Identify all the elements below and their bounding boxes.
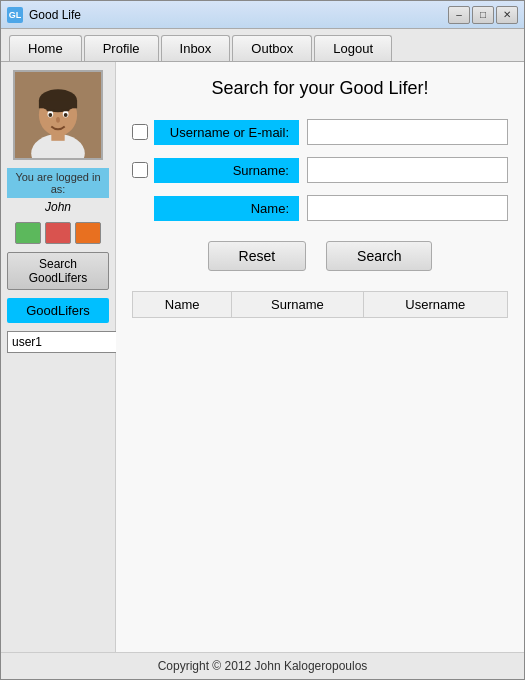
main-area: You are logged in as: John Search GoodLi… — [1, 62, 524, 652]
sidebar-search-row — [7, 331, 109, 353]
label-surname: Surname: — [154, 158, 299, 183]
title-bar: GL Good Life – □ ✕ — [1, 1, 524, 29]
results-table: Name Surname Username — [132, 291, 508, 318]
svg-point-12 — [56, 117, 60, 123]
footer: Copyright © 2012 John Kalogeropoulos — [1, 652, 524, 679]
form-row-surname: Surname: — [132, 157, 508, 183]
color-btn-orange[interactable] — [75, 222, 101, 244]
svg-rect-11 — [62, 109, 70, 111]
form-row-username: Username or E-mail: — [132, 119, 508, 145]
svg-rect-10 — [47, 109, 55, 111]
close-button[interactable]: ✕ — [496, 6, 518, 24]
svg-point-9 — [64, 113, 68, 117]
sidebar: You are logged in as: John Search GoodLi… — [1, 62, 116, 652]
content-title: Search for your Good Lifer! — [132, 78, 508, 99]
footer-text: Copyright © 2012 John Kalogeropoulos — [158, 659, 368, 673]
svg-rect-5 — [39, 101, 77, 109]
logged-in-username: John — [45, 200, 71, 214]
window-controls: – □ ✕ — [448, 6, 518, 24]
reset-button[interactable]: Reset — [208, 241, 307, 271]
label-username: Username or E-mail: — [154, 120, 299, 145]
checkbox-username[interactable] — [132, 124, 148, 140]
tab-home[interactable]: Home — [9, 35, 82, 61]
main-window: GL Good Life – □ ✕ Home Profile Inbox Ou… — [0, 0, 525, 680]
search-button[interactable]: Search — [326, 241, 432, 271]
tab-inbox[interactable]: Inbox — [161, 35, 231, 61]
content-panel: Search for your Good Lifer! Username or … — [116, 62, 524, 652]
form-row-name: Name: — [132, 195, 508, 221]
logged-in-label: You are logged in as: — [7, 168, 109, 198]
input-name[interactable] — [307, 195, 508, 221]
col-name: Name — [133, 292, 232, 318]
input-surname[interactable] — [307, 157, 508, 183]
label-name: Name: — [154, 196, 299, 221]
input-username[interactable] — [307, 119, 508, 145]
minimize-button[interactable]: – — [448, 6, 470, 24]
avatar — [13, 70, 103, 160]
search-form: Username or E-mail: Surname: Name: — [132, 119, 508, 221]
tab-logout[interactable]: Logout — [314, 35, 392, 61]
table-header-row: Name Surname Username — [133, 292, 508, 318]
color-btn-red[interactable] — [45, 222, 71, 244]
window-title: Good Life — [29, 8, 448, 22]
search-goodlifers-button[interactable]: Search GoodLifers — [7, 252, 109, 290]
tab-profile[interactable]: Profile — [84, 35, 159, 61]
tab-outbox[interactable]: Outbox — [232, 35, 312, 61]
maximize-button[interactable]: □ — [472, 6, 494, 24]
checkbox-surname[interactable] — [132, 162, 148, 178]
color-btn-green[interactable] — [15, 222, 41, 244]
nav-bar: Home Profile Inbox Outbox Logout — [1, 29, 524, 62]
svg-point-8 — [48, 113, 52, 117]
col-username: Username — [363, 292, 507, 318]
form-buttons: Reset Search — [132, 241, 508, 271]
goodlifers-button[interactable]: GoodLifers — [7, 298, 109, 323]
svg-point-4 — [39, 89, 77, 112]
col-surname: Surname — [232, 292, 363, 318]
color-buttons — [15, 222, 101, 244]
app-icon: GL — [7, 7, 23, 23]
